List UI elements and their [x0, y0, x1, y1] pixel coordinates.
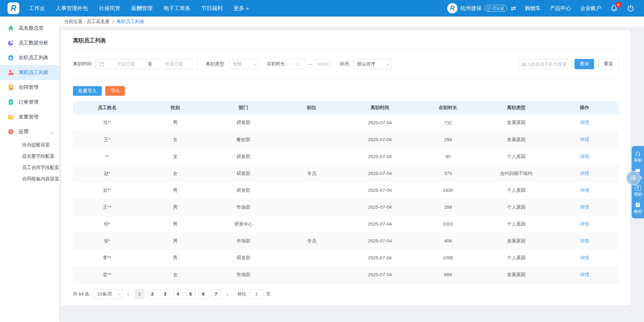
breadcrumb-separator: / [112, 19, 114, 24]
nav-item[interactable]: 人事管理外包 [56, 5, 88, 12]
sidebar-sub-item[interactable]: 花名册字段配置 [0, 150, 59, 162]
end-date-placeholder: 结束日期 [154, 61, 194, 67]
position-cell [278, 131, 346, 148]
logout-button[interactable] [627, 4, 634, 12]
search-input[interactable] [518, 59, 570, 69]
detail-link[interactable]: 详情 [580, 120, 589, 125]
enterprise-account-link[interactable]: 企业账户 [580, 5, 601, 12]
leave-date-cell: 2025-07-04 [346, 182, 414, 199]
nav-item[interactable]: 电子工资条 [164, 5, 191, 12]
detail-link[interactable]: 详情 [580, 188, 589, 193]
breadcrumb-root-link[interactable]: 员工花名册 [86, 19, 110, 24]
leave-date-cell: 2025-07-04 [346, 114, 414, 131]
leave-date-range-picker[interactable]: 开始日期 至 结束日期 [96, 59, 197, 69]
tenure-cell: 889 [414, 266, 482, 283]
department-cell: 餐饮部 [210, 131, 278, 148]
page-number-button[interactable]: 4 [173, 289, 183, 299]
reset-button[interactable]: 重置 [598, 59, 619, 69]
leave-type-select[interactable]: 全部 [228, 59, 259, 69]
gender-cell: 女 [141, 148, 209, 165]
tenure-max-input[interactable] [315, 59, 331, 69]
sidebar-item-roster-overview[interactable]: 花名册总览 [0, 21, 59, 35]
translate-button[interactable]: 译 [626, 171, 641, 185]
sidebar-item-employee-analytics[interactable]: 员工数据分析 [0, 35, 59, 50]
cart-link[interactable]: 购物车 [525, 5, 541, 12]
gender-cell: 女 [141, 266, 209, 283]
detail-link[interactable]: 详情 [580, 221, 589, 227]
notifications-button[interactable]: 6 [610, 4, 618, 12]
employee-name-cell: 王* [73, 131, 141, 148]
sidebar: 花名册总览 员工数据分析 在职员工列表 离职员工列表 合同管理 订单管理 发票管… [0, 17, 59, 322]
pie-chart-icon [8, 40, 14, 46]
leave-type-cell: 个人原因 [482, 199, 550, 216]
table-row: 王*女餐饮部2025-07-04298发展原因详情 [73, 131, 619, 148]
position-cell: 专员 [278, 165, 346, 182]
detail-link[interactable]: 详情 [580, 171, 589, 176]
detail-link[interactable]: 详情 [580, 137, 589, 142]
sidebar-item-resigned-employees[interactable]: 离职员工列表 [0, 65, 59, 80]
detail-link[interactable]: 详情 [580, 272, 589, 277]
tutorial-button[interactable]: 教程 [634, 202, 642, 214]
page-size-select[interactable]: 10条/页 [94, 289, 123, 299]
leave-date-cell: 2025-07-04 [346, 165, 414, 182]
sidebar-sub-item[interactable]: 合同模板内容设置 [0, 173, 59, 185]
position-cell [278, 148, 346, 165]
position-cell: 专员 [278, 232, 346, 249]
department-cell: 研发部 [210, 182, 278, 199]
product-center-link[interactable]: 产品中心 [550, 5, 571, 12]
goto-page-input[interactable] [249, 289, 264, 299]
detail-link[interactable]: 详情 [580, 255, 589, 260]
page-number-button[interactable]: 7 [211, 289, 221, 299]
bulk-import-button[interactable]: 批量导入 [73, 86, 102, 96]
sidebar-item-order-management[interactable]: 订单管理 [0, 95, 59, 110]
gear-icon [8, 128, 14, 135]
department-cell: 市场部 [210, 266, 278, 283]
nav-item[interactable]: 社保托管 [99, 5, 120, 12]
divider [73, 50, 619, 50]
tenure-cell: 1095 [414, 249, 482, 266]
sidebar-sub-item[interactable]: 员工合同字段配置 [0, 162, 59, 173]
page-number-button[interactable]: 3 [160, 289, 170, 299]
sidebar-item-settings[interactable]: 设置 [0, 124, 59, 139]
page-number-button[interactable]: 1 [135, 289, 144, 299]
tenure-min-input[interactable] [289, 59, 306, 69]
filter-bar: 离职时间: 开始日期 至 结束日期 离职类型: 全部 在职时长: ~ 排序: [73, 59, 619, 69]
prev-page-button[interactable]: ‹ [127, 291, 129, 297]
next-page-button[interactable]: › [226, 291, 228, 297]
sidebar-item-active-employees[interactable]: 在职员工列表 [0, 50, 59, 65]
nav-item[interactable]: 更多 » [234, 5, 249, 12]
customer-service-button[interactable]: 客服 [634, 150, 642, 163]
account-info[interactable]: R 杭州捷保 ✓ 已认证 ⇄ [447, 3, 516, 13]
detail-link[interactable]: 详情 [580, 205, 589, 210]
app-logo[interactable]: R [8, 2, 19, 14]
sidebar-item-invoice-management[interactable]: 发票管理 [0, 110, 59, 124]
chevron-down-icon [118, 292, 121, 295]
query-button[interactable]: 查询 [575, 59, 594, 69]
breadcrumb-current-link[interactable]: 离职员工列表 [117, 19, 144, 25]
sidebar-item-contract-management[interactable]: 合同管理 [0, 80, 59, 95]
nav-item[interactable]: 工作台 [29, 5, 45, 12]
pagination: 共 64 条 10条/页 ‹ 1234567 › 前往 页 [73, 289, 619, 299]
employee-name-cell: 后** [73, 182, 141, 199]
action-cell: 详情 [550, 148, 619, 165]
gender-cell: 男 [141, 199, 209, 216]
sidebar-sub-item[interactable]: 待办提醒设置 [0, 139, 59, 150]
page-number-button[interactable]: 6 [198, 289, 208, 299]
breadcrumb: 当前位置 : 员工花名册 / 离职员工列表 [59, 17, 644, 27]
column-header: 性别 [141, 101, 209, 114]
sort-select[interactable]: 默认排序 [353, 59, 391, 69]
switch-company-icon[interactable]: ⇄ [511, 4, 516, 12]
table-row: 王**男市场部2025-07-04298个人原因详情 [73, 199, 619, 216]
position-cell [278, 114, 346, 131]
page-number-button[interactable]: 2 [148, 289, 157, 299]
gender-cell: 男 [141, 249, 209, 266]
detail-link[interactable]: 详情 [580, 238, 589, 243]
employee-badge-icon [8, 54, 14, 61]
detail-link[interactable]: 详情 [580, 154, 589, 159]
export-button[interactable]: 导出 [105, 86, 125, 96]
page-number-button[interactable]: 5 [186, 289, 195, 299]
nav-item[interactable]: 薪酬管理 [131, 5, 153, 12]
help-button[interactable]: ? 帮助 [634, 185, 642, 197]
nav-item[interactable]: 节日福利 [201, 5, 223, 12]
leave-type-cell: 个人原因 [482, 216, 550, 232]
